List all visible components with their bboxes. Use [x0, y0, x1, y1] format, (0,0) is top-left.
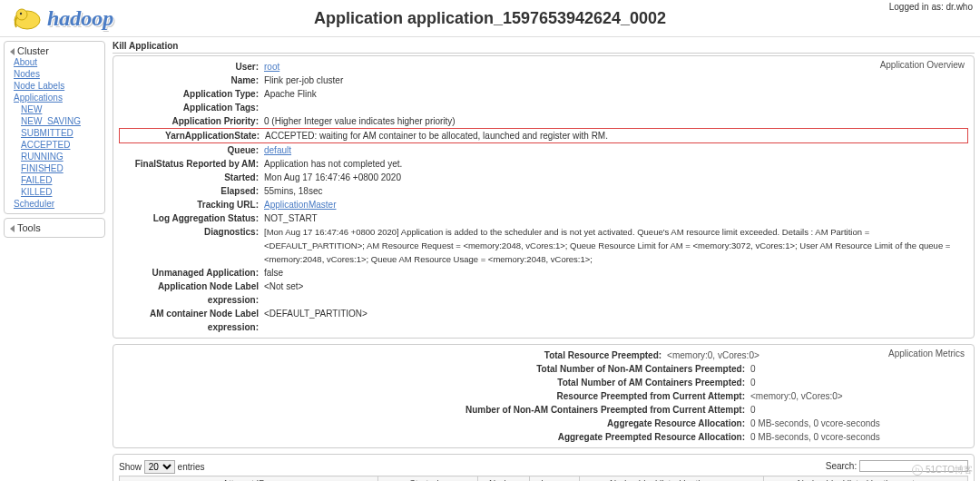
metric-value: 0 [750, 362, 968, 376]
nav-cluster-head[interactable]: Cluster [10, 45, 99, 56]
metric-label: Resource Preempted from Current Attempt: [119, 389, 750, 403]
metric-label: Total Resource Preempted: [119, 348, 667, 362]
nav-tools[interactable]: Tools [4, 218, 105, 238]
nav-state-accepted[interactable]: ACCEPTED [21, 140, 70, 150]
col-bl-sys[interactable]: Nodes blacklisted by the system◇ [764, 476, 968, 482]
metric-label: Total Number of AM Containers Preempted: [119, 376, 750, 389]
logo-text: hadoop [47, 6, 113, 31]
user-link[interactable]: root [264, 62, 279, 72]
col-logs[interactable]: Logs◇ [530, 476, 579, 482]
collapse-icon [10, 225, 15, 232]
tracking-url[interactable]: ApplicationMaster [264, 200, 336, 210]
nav-state-killed[interactable]: KILLED [21, 187, 52, 197]
app-name: Flink per-job cluster [264, 74, 968, 87]
elapsed-time: 55mins, 18sec [264, 184, 968, 198]
app-type: Apache Flink [264, 87, 968, 101]
application-metrics: Application Metrics Total Resource Preem… [113, 344, 975, 448]
kill-application-link[interactable]: Kill Application [113, 41, 975, 54]
started-time: Mon Aug 17 16:47:46 +0800 2020 [264, 171, 968, 184]
attempts-section: Show 20 entries Search: Attempt ID▲ Star… [113, 454, 975, 481]
nav-about[interactable]: About [14, 57, 37, 67]
watermark: b51CTO博客 [912, 464, 973, 476]
metrics-legend: Application Metrics [885, 348, 968, 358]
nav-nodes[interactable]: Nodes [14, 69, 40, 79]
metric-value: <memory:0, vCores:0> [750, 389, 968, 403]
metric-value: 0 MB-seconds, 0 vcore-seconds [750, 430, 968, 444]
nav-node-labels[interactable]: Node Labels [14, 81, 64, 91]
node-label: <Not set> [264, 280, 968, 307]
metric-label: Number of Non-AM Containers Preempted fr… [119, 403, 750, 417]
nav-cluster: Cluster About Nodes Node Labels Applicat… [4, 41, 105, 214]
hadoop-logo[interactable]: hadoop [9, 4, 113, 33]
diagnostics: [Mon Aug 17 16:47:46 +0800 2020] Applica… [264, 225, 968, 266]
yarn-state: ACCEPTED: waiting for AM container to be… [265, 129, 967, 142]
nav-state-finished[interactable]: FINISHED [21, 163, 64, 173]
unmanaged: false [264, 266, 968, 280]
nav-state-running[interactable]: RUNNING [21, 152, 64, 162]
page-title: Application application_1597653942624_00… [314, 9, 666, 28]
app-priority: 0 (Higher Integer value indicates higher… [264, 114, 968, 128]
metric-label: Aggregate Preempted Resource Allocation: [119, 430, 750, 444]
col-bl-app[interactable]: Nodes blacklisted by the app◇ [579, 476, 764, 482]
col-node[interactable]: Node◇ [477, 476, 529, 482]
nav-applications[interactable]: Applications [14, 93, 63, 103]
overview-legend: Application Overview [877, 60, 968, 70]
nav-state-new-saving[interactable]: NEW_SAVING [21, 116, 81, 126]
nav-state-submitted[interactable]: SUBMITTED [21, 128, 74, 138]
am-node-label: <DEFAULT_PARTITION> [264, 307, 968, 334]
col-started[interactable]: Started◇ [377, 476, 477, 482]
metric-label: Aggregate Resource Allocation: [119, 417, 750, 430]
login-info: Logged in as: dr.who [889, 2, 973, 12]
page-size-select[interactable]: 20 [144, 460, 175, 474]
sidebar: Cluster About Nodes Node Labels Applicat… [0, 37, 109, 481]
nav-state-failed[interactable]: FAILED [21, 175, 52, 185]
svg-point-2 [20, 13, 22, 15]
metric-value: 0 [750, 376, 968, 389]
main-content: Kill Application Application Overview Us… [109, 37, 980, 481]
log-agg-status: NOT_START [264, 211, 968, 225]
elephant-icon [9, 4, 45, 33]
svg-point-1 [16, 9, 27, 20]
queue-link[interactable]: default [264, 145, 291, 155]
entries-selector: Show 20 entries [119, 460, 205, 474]
metric-label: Total Number of Non-AM Containers Preemp… [119, 362, 750, 376]
col-attempt-id[interactable]: Attempt ID▲ [120, 476, 378, 482]
nav-state-new[interactable]: NEW [21, 104, 42, 114]
metric-value: 0 [750, 403, 968, 417]
app-tags [264, 101, 968, 114]
metric-value: <memory:0, vCores:0> [667, 348, 885, 362]
application-overview: Application Overview User:root Name:Flin… [113, 55, 975, 339]
final-status: Application has not completed yet. [264, 157, 968, 171]
metric-value: 0 MB-seconds, 0 vcore-seconds [750, 417, 968, 430]
yarn-state-row: YarnApplicationState:ACCEPTED: waiting f… [119, 128, 968, 143]
watermark-icon: b [912, 465, 923, 476]
header: hadoop Application application_159765394… [0, 0, 980, 37]
nav-scheduler[interactable]: Scheduler [14, 199, 54, 209]
collapse-icon [10, 48, 15, 55]
attempts-table: Attempt ID▲ Started◇ Node◇ Logs◇ Nodes b… [119, 476, 968, 481]
